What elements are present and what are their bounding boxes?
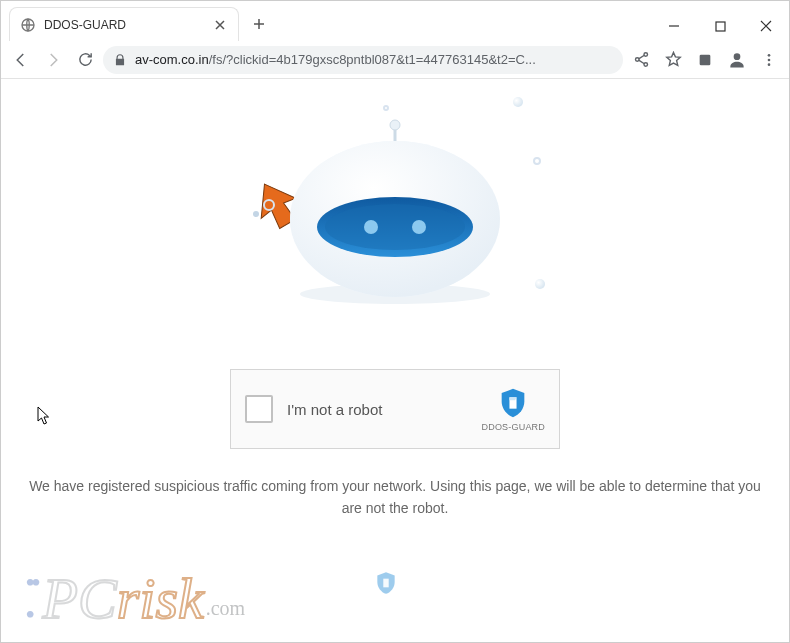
back-button[interactable] [7,46,35,74]
window-controls [651,11,789,41]
tab-title: DDOS-GUARD [44,18,126,32]
maximize-button[interactable] [697,11,743,41]
svg-point-15 [364,220,378,234]
watermark-risk: risk [117,565,204,632]
browser-toolbar: av-com.co.in/fs/?clickid=4b179gxsc8pntbl… [1,41,789,79]
share-icon[interactable] [627,46,655,74]
svg-point-8 [768,58,771,61]
address-bar[interactable]: av-com.co.in/fs/?clickid=4b179gxsc8pntbl… [103,46,623,74]
menu-icon[interactable] [755,46,783,74]
url-path: /fs/?clickid=4b179gxsc8pntbl087&t1=44776… [209,52,536,67]
profile-icon[interactable] [723,46,751,74]
forward-button[interactable] [39,46,67,74]
window-titlebar: DDOS-GUARD [1,1,789,41]
reload-button[interactable] [71,46,99,74]
watermark: ••• PCrisk.com [25,565,245,632]
svg-point-6 [734,53,741,60]
extensions-icon[interactable] [691,46,719,74]
new-tab-button[interactable] [245,10,273,38]
captcha-label: I'm not a robot [287,401,382,418]
captcha-brand: DDOS-GUARD [481,386,545,432]
svg-point-7 [768,54,771,57]
bookmark-icon[interactable] [659,46,687,74]
mouse-cursor-icon [37,406,51,426]
watermark-pc: PC [43,565,117,632]
svg-rect-5 [700,54,711,65]
page-content: I'm not a robot DDOS-GUARD We have regis… [1,79,789,643]
robot-illustration [235,99,555,309]
svg-point-9 [768,63,771,66]
captcha-checkbox[interactable] [245,395,273,423]
suspicious-traffic-message: We have registered suspicious traffic co… [1,475,789,520]
svg-point-16 [412,220,426,234]
svg-point-18 [390,120,400,130]
captcha-widget: I'm not a robot DDOS-GUARD [230,369,560,449]
captcha-brand-name: DDOS-GUARD [481,422,545,432]
globe-icon [20,17,36,33]
small-shield-icon [371,570,401,600]
svg-point-14 [325,204,465,250]
minimize-button[interactable] [651,11,697,41]
lock-icon [113,53,127,67]
browser-tab[interactable]: DDOS-GUARD [9,7,239,41]
shield-icon [496,386,530,420]
close-window-button[interactable] [743,11,789,41]
watermark-dotcom: .com [206,597,245,620]
url-host: av-com.co.in [135,52,209,67]
watermark-dots-icon: ••• [25,567,37,631]
close-tab-icon[interactable] [212,17,228,33]
svg-rect-20 [383,579,388,588]
svg-rect-1 [716,22,725,31]
